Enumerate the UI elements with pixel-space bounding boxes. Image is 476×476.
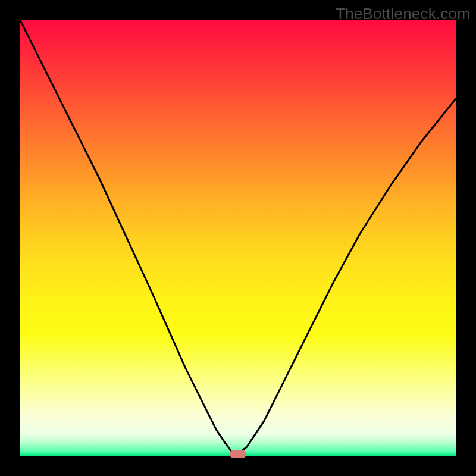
minimum-marker xyxy=(230,450,246,458)
bottleneck-curve xyxy=(20,20,456,456)
